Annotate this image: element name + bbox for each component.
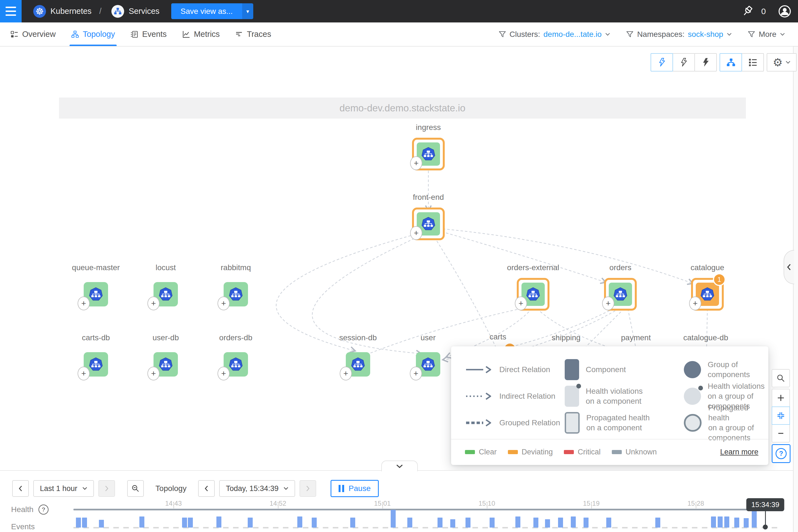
event-bar[interactable] [391, 510, 396, 528]
tab-events[interactable]: Events [131, 22, 167, 46]
node-label: catalogue [655, 263, 760, 272]
learn-more-link[interactable]: Learn more [720, 448, 758, 456]
event-bar[interactable] [139, 516, 144, 528]
pause-button[interactable]: Pause [330, 480, 379, 497]
search-button[interactable] [772, 369, 790, 387]
health-status-line[interactable] [73, 509, 765, 510]
event-bar[interactable] [718, 516, 723, 528]
time-range-dropdown[interactable]: Last 1 hour [33, 480, 94, 497]
graph-view-button[interactable] [720, 53, 742, 72]
expand-right-panel-button[interactable] [784, 250, 794, 284]
expand-node-button[interactable]: + [602, 297, 614, 310]
expand-node-button[interactable]: + [410, 156, 422, 170]
collapse-timeline-button[interactable] [381, 460, 418, 471]
event-bar[interactable] [490, 518, 495, 528]
event-bar[interactable] [724, 516, 729, 528]
event-bar[interactable] [312, 518, 317, 528]
app-root: ☸ Kubernetes / Services Save view as... … [0, 0, 798, 532]
event-bar[interactable] [82, 518, 87, 528]
event-bar[interactable] [248, 518, 253, 528]
tab-overview[interactable]: Overview [11, 22, 56, 46]
health-help-icon[interactable]: ? [39, 505, 49, 515]
event-bar[interactable] [584, 518, 589, 528]
save-view-caret-icon[interactable]: ▾ [242, 3, 253, 19]
expand-node-button[interactable]: + [147, 297, 159, 310]
range-back-button[interactable] [12, 480, 29, 497]
health-filled-button[interactable] [695, 53, 717, 72]
top-bar-right: 0 [742, 5, 798, 18]
expand-node-button[interactable]: + [340, 366, 352, 380]
legend-status-row: ClearDeviatingCriticalUnknownLearn more [465, 439, 758, 464]
zoom-out-button[interactable] [772, 424, 790, 442]
time-back-button[interactable] [198, 480, 215, 497]
expand-node-button[interactable]: + [78, 366, 90, 380]
namespaces-value[interactable]: sock-shop [688, 30, 723, 39]
avatar[interactable] [778, 5, 791, 18]
clusters-filter[interactable]: Clusters: demo-de...tate.io [498, 30, 611, 39]
expand-node-button[interactable]: + [515, 297, 527, 310]
save-view-as-button[interactable]: Save view as... ▾ [171, 3, 253, 19]
status-critical: Critical [564, 448, 601, 456]
component-icon [565, 359, 579, 380]
event-bar[interactable] [76, 518, 81, 528]
help-button[interactable]: ? [772, 444, 791, 463]
event-bar[interactable] [216, 516, 222, 528]
event-bar[interactable] [99, 520, 104, 528]
event-bar[interactable] [350, 518, 355, 528]
tab-traces[interactable]: Traces [235, 22, 271, 46]
playhead-handle[interactable] [763, 525, 768, 530]
breadcrumb-view[interactable]: Services [129, 7, 159, 16]
expand-node-button[interactable]: + [689, 297, 701, 310]
event-bar[interactable] [450, 519, 455, 528]
event-bar[interactable] [515, 516, 520, 528]
event-bar[interactable] [438, 518, 442, 528]
health-own-button[interactable] [672, 53, 695, 72]
event-bar[interactable] [533, 518, 538, 528]
event-bar[interactable] [407, 518, 412, 528]
tab-topology[interactable]: Topology [71, 22, 115, 46]
event-bar[interactable] [466, 518, 471, 528]
event-bar[interactable] [744, 518, 749, 528]
event-bar[interactable] [182, 518, 187, 528]
hamburger-menu-icon[interactable] [0, 0, 22, 22]
violation-count-badge[interactable]: 1 [713, 273, 726, 286]
settings-button[interactable]: ⚙ [767, 53, 797, 72]
legend-health-violation-component: Health violations on a component [565, 383, 684, 410]
chevron-down-icon [780, 33, 785, 36]
clusters-value[interactable]: demo-de...tate.io [543, 30, 602, 39]
event-bar[interactable] [606, 518, 611, 528]
event-bar[interactable] [297, 516, 302, 528]
expand-node-button[interactable]: + [410, 226, 422, 240]
fit-to-screen-button[interactable] [772, 406, 790, 425]
expand-node-button[interactable]: + [78, 297, 90, 310]
event-bar[interactable] [188, 518, 193, 528]
chevron-down-icon [396, 464, 403, 469]
expand-node-button[interactable]: + [217, 366, 230, 380]
playhead-time-badge[interactable]: 15:34:39 [746, 498, 784, 511]
more-filters[interactable]: More [747, 30, 785, 39]
timeline-zoom-out-button[interactable] [127, 480, 144, 497]
event-bar[interactable] [734, 518, 739, 528]
health-propagated-button[interactable] [651, 53, 673, 72]
event-bar[interactable] [711, 516, 716, 528]
legend-grouped-relation: Grouped Relation [465, 410, 565, 436]
expand-node-button[interactable]: + [217, 297, 230, 310]
event-bar[interactable] [655, 518, 660, 528]
list-view-button[interactable] [741, 53, 764, 72]
breadcrumb-product[interactable]: Kubernetes [51, 7, 92, 16]
pin-count: 0 [761, 7, 766, 16]
current-time-dropdown[interactable]: Today, 15:34:39 [219, 480, 295, 497]
event-bar[interactable] [558, 518, 563, 528]
expand-node-button[interactable]: + [147, 366, 159, 380]
pin-icon[interactable] [742, 5, 754, 17]
save-view-as-label[interactable]: Save view as... [171, 3, 242, 19]
zoom-in-button[interactable] [772, 389, 790, 407]
tab-metrics[interactable]: Metrics [182, 22, 220, 46]
time-forward-button[interactable] [300, 480, 316, 497]
event-bar[interactable] [571, 516, 576, 528]
range-forward-button[interactable] [98, 480, 115, 497]
traces-icon [235, 31, 243, 38]
namespaces-filter[interactable]: Namespaces: sock-shop [626, 30, 732, 39]
expand-node-button[interactable]: + [410, 366, 422, 380]
event-bar[interactable] [545, 519, 550, 528]
